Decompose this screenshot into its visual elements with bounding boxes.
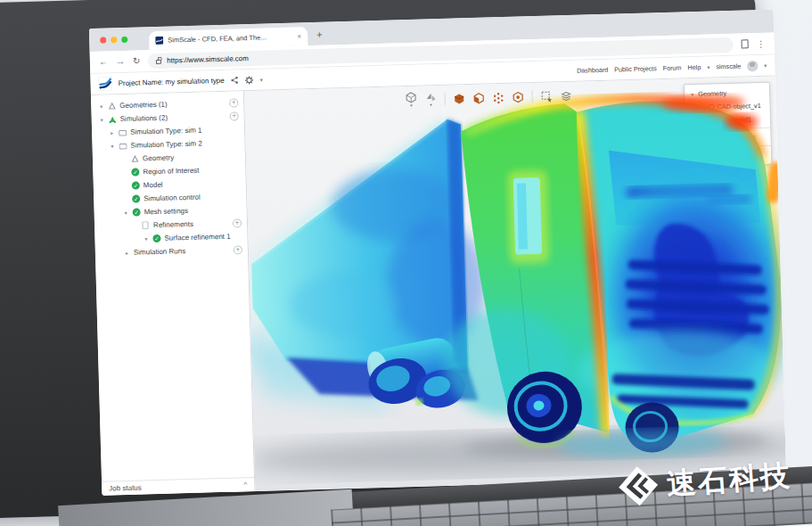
tab-title: SimScale - CFD, FEA, and The… bbox=[168, 33, 293, 45]
https-lock-icon bbox=[156, 59, 161, 63]
close-window-icon[interactable] bbox=[100, 37, 106, 43]
geometry-icon bbox=[131, 154, 139, 162]
caret-down-icon[interactable] bbox=[98, 103, 104, 110]
caret-right-icon[interactable] bbox=[109, 129, 115, 136]
minimize-window-icon[interactable] bbox=[111, 37, 117, 43]
watermark-logo-icon bbox=[617, 464, 660, 508]
cfd-truck-visualization bbox=[244, 86, 786, 491]
caret-down-icon[interactable] bbox=[109, 143, 115, 149]
project-name: Project Name: my simulation type bbox=[118, 77, 224, 87]
simulation-tree-sidebar: Geometries (1) Simulations (2) Simulatio… bbox=[91, 91, 255, 496]
caret-down-icon[interactable] bbox=[143, 235, 149, 242]
sim-type-icon bbox=[119, 142, 127, 149]
simscale-favicon bbox=[155, 37, 163, 45]
mesh-points-icon[interactable] bbox=[493, 92, 504, 103]
caret-down-icon[interactable] bbox=[123, 210, 129, 216]
back-icon[interactable]: ← bbox=[99, 57, 108, 66]
add-refinement-button[interactable] bbox=[233, 218, 242, 227]
check-icon bbox=[132, 181, 140, 189]
tab-close-icon[interactable]: × bbox=[297, 32, 301, 40]
nav-public-projects[interactable]: Public Projects bbox=[614, 64, 657, 73]
sim-type-icon bbox=[119, 128, 127, 136]
caret-right-icon[interactable] bbox=[124, 250, 130, 256]
view-cube-icon[interactable]: ▾ bbox=[406, 92, 417, 108]
expand-job-status-icon[interactable]: ^ bbox=[243, 481, 247, 489]
forward-icon[interactable]: → bbox=[116, 57, 125, 66]
nav-help[interactable]: Help bbox=[687, 63, 701, 71]
viewport-3d[interactable]: Geometry CAD-object_v1 solid1 bbox=[244, 77, 786, 491]
geometry-icon bbox=[108, 102, 116, 110]
check-icon bbox=[152, 234, 160, 242]
check-icon bbox=[132, 194, 140, 202]
check-icon bbox=[133, 208, 141, 216]
job-status-label: Job status bbox=[109, 481, 243, 492]
add-run-button[interactable] bbox=[234, 245, 242, 254]
traffic-lights bbox=[89, 37, 136, 52]
add-simulation-button[interactable] bbox=[230, 111, 239, 120]
caret-down-icon[interactable] bbox=[99, 117, 105, 123]
mesh-solid-icon[interactable] bbox=[454, 93, 465, 104]
browser-window: SimScale - CFD, FEA, and The… × + ← → ↻ … bbox=[89, 10, 786, 496]
marketing-photo-stage: SimScale - CFD, FEA, and The… × + ← → ↻ … bbox=[0, 0, 812, 526]
reload-icon[interactable]: ↻ bbox=[133, 56, 141, 65]
mesh-layers-icon[interactable] bbox=[561, 89, 572, 101]
new-tab-button[interactable]: + bbox=[316, 29, 323, 40]
browser-menu-icon[interactable]: ⋮ bbox=[756, 38, 765, 48]
nav-forum[interactable]: Forum bbox=[663, 63, 682, 72]
simulations-icon bbox=[109, 115, 117, 123]
simscale-logo bbox=[98, 77, 111, 90]
mesh-quality-icon[interactable] bbox=[513, 91, 524, 103]
laptop: SimScale - CFD, FEA, and The… × + ← → ↻ … bbox=[0, 0, 812, 526]
gear-icon[interactable] bbox=[245, 75, 254, 84]
share-icon[interactable] bbox=[231, 76, 239, 84]
user-avatar[interactable] bbox=[747, 61, 758, 71]
add-geometry-button[interactable] bbox=[229, 98, 238, 107]
clip-plane-icon[interactable]: ▾ bbox=[425, 91, 437, 107]
mesh-surface-icon[interactable] bbox=[473, 92, 485, 103]
app-body: Geometries (1) Simulations (2) Simulatio… bbox=[91, 77, 786, 496]
check-icon bbox=[131, 168, 139, 176]
refinements-icon bbox=[142, 221, 150, 229]
user-name[interactable]: simscale bbox=[716, 62, 741, 71]
help-caret-icon: ▾ bbox=[707, 64, 709, 70]
zoom-window-icon[interactable] bbox=[121, 37, 127, 43]
watermark-text: 速石科技 bbox=[666, 456, 793, 505]
gear-caret-icon[interactable]: ▾ bbox=[260, 77, 263, 83]
user-caret-icon[interactable]: ▾ bbox=[764, 62, 767, 69]
save-page-icon[interactable] bbox=[741, 39, 748, 48]
url-text: https://www.simscale.com bbox=[167, 54, 249, 65]
box-select-icon[interactable] bbox=[541, 90, 553, 102]
nav-dashboard[interactable]: Dashboard bbox=[577, 66, 608, 75]
